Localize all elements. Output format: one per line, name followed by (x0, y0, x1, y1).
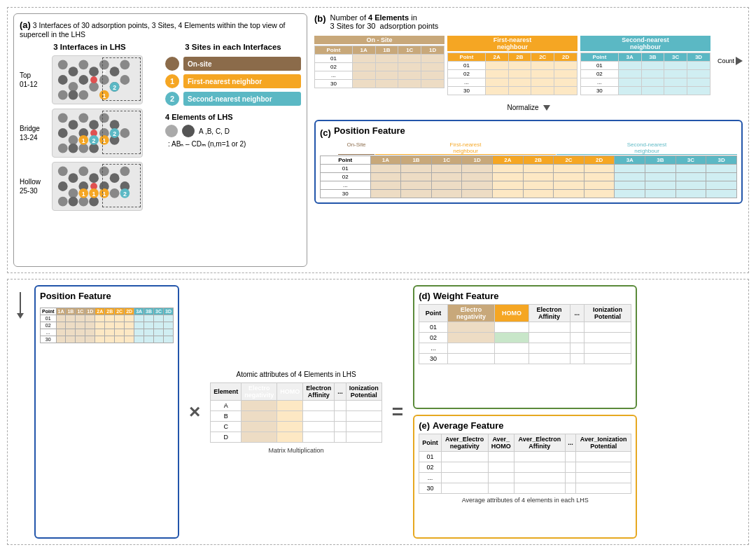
th-avg-dots: ... (565, 434, 576, 452)
svg-text:1: 1 (82, 191, 85, 198)
svg-point-26 (69, 120, 78, 130)
th-2d: 2D (554, 53, 578, 62)
table-row: 01 (315, 55, 444, 63)
interfaces-title: 3 Interfaces in LHS (20, 43, 160, 51)
table-row: ... (419, 343, 631, 354)
svg-point-14 (58, 90, 68, 100)
onsite-bar: On-site (183, 57, 301, 71)
table-row: 02 (321, 173, 737, 181)
th-c-2d: 2D (584, 156, 615, 165)
interface-row-bridge: Bridge13-24 (20, 109, 160, 158)
panel-a-left: 3 Interfaces in LHS Top01-12 (20, 43, 160, 215)
elements-row: A ,B, C, D (165, 125, 301, 137)
bottom-section: Position Feature Point 1A 1B 1C 1D 2A 2B… (7, 279, 749, 545)
table-row: 30 (419, 354, 631, 364)
svg-point-1 (69, 67, 78, 76)
svg-point-51 (69, 173, 78, 183)
th-point-onsite: Point (315, 46, 353, 55)
equals-symbol: = (389, 285, 406, 539)
table-row: 02 (447, 70, 577, 78)
svg-point-0 (58, 60, 68, 69)
pos-feature-table-bottom: Point 1A 1B 1C 1D 2A 2B 2C 2D 3A 3B 3C 3… (40, 308, 174, 343)
elem-dot-light (165, 125, 178, 137)
panel-a-tag: (a) (20, 20, 31, 30)
weight-feature-title: Weight Feature (433, 291, 499, 301)
table-row: ... (41, 329, 174, 336)
atomic-attributes-table: Element Electronegativity HOMO ElectronA… (210, 382, 382, 443)
th-wt-dots: ... (570, 305, 584, 322)
table-row: ... (321, 181, 737, 190)
elem-dot-dark (182, 125, 195, 137)
svg-point-37 (58, 144, 68, 153)
panel-c-header: (c) Position Feature (320, 125, 737, 139)
svg-point-54 (99, 166, 109, 176)
main-container: (a) 3 Interfaces of 30 adsorption points… (0, 0, 756, 559)
svg-point-6 (120, 60, 130, 69)
svg-text:1: 1 (102, 92, 106, 99)
svg-text:2: 2 (113, 84, 116, 91)
th-avg-homo: Aver_HOMO (488, 434, 514, 452)
count-arrow-area: On - Site Point 1A 1B 1C 1D (314, 36, 743, 95)
first-nn-table-title: First-nearestneighbour (447, 36, 578, 51)
svg-point-66 (89, 197, 99, 207)
avg-bottom-label: Average attributes of 4 elements in each… (419, 497, 631, 504)
position-feature-title-c: Position Feature (334, 125, 405, 136)
table-row: C (211, 421, 382, 432)
svg-point-16 (78, 90, 88, 100)
svg-point-2 (78, 60, 88, 69)
svg-point-32 (69, 135, 78, 145)
th-wt-en: Electronegativity (447, 305, 494, 322)
site-onsite: On-site (165, 57, 301, 71)
th-b-3b: 3B (144, 308, 154, 315)
table-row: ... (580, 78, 710, 87)
table-row: A (211, 400, 382, 410)
svg-text:2: 2 (123, 191, 127, 198)
svg-point-57 (58, 181, 68, 191)
svg-point-30 (110, 120, 120, 130)
avg-feature-title: Average Feature (433, 420, 503, 431)
th-c-1a: 1A (370, 156, 401, 165)
table-row: B (211, 410, 382, 421)
first-nn-table: Point 2A 2B 2C 2D 01 02 ... (447, 53, 578, 95)
th-wt-ea: ElectronAffinity (528, 305, 570, 322)
panel-b-tag: (b) (314, 13, 326, 24)
table-row: 02 (41, 322, 174, 329)
th-avg-en: Aver_Electronegativity (441, 434, 488, 452)
svg-text:2: 2 (113, 130, 116, 137)
svg-text:2: 2 (92, 137, 96, 144)
down-arrow-connector (17, 313, 24, 319)
top-desc-text: 3 Interfaces of 30 adsorption points, 3 … (20, 21, 286, 39)
th-b-1b: 1B (66, 308, 76, 315)
svg-text:1: 1 (102, 191, 106, 198)
th-b-2a: 2A (95, 308, 105, 315)
first-nn-table-wrap: First-nearestneighbour Point 2A 2B 2C 2D (447, 36, 578, 95)
th-c-3c: 3C (676, 156, 706, 165)
th-avg-ea: Aver_ElectronAffinity (514, 434, 566, 452)
table-row: 30 (447, 87, 577, 95)
table-row: 02 (315, 63, 444, 71)
svg-point-3 (89, 67, 99, 76)
honeycomb-top: 2 2 1 1 2 (52, 55, 143, 104)
first-nn-circle: 1 (165, 74, 179, 88)
th-homo: HOMO (277, 382, 303, 400)
table-row: 01 (419, 322, 631, 333)
onsite-circle (165, 57, 179, 71)
elements-title-text: 4 Elements of LHS (165, 113, 233, 121)
th-electronegativity: Electronegativity (241, 382, 277, 400)
panel-d-tag: (d) (419, 291, 430, 301)
arrow-right-icon (736, 57, 743, 65)
th-1a: 1A (352, 46, 375, 55)
honeycomb-hollow: 1 1 1 2 (52, 162, 143, 211)
table-row: 02 (419, 462, 631, 473)
normalize-area: Normalize (314, 104, 743, 111)
th-point: Point (321, 156, 371, 165)
elements-title: 4 Elements of LHS (165, 113, 301, 121)
avg-feature-box: (e) Average Feature Point Aver_Electrone… (413, 415, 637, 539)
th-wt-homo: HOMO (495, 305, 528, 322)
svg-point-27 (78, 113, 88, 123)
svg-point-25 (58, 113, 68, 123)
th-b-2d: 2D (125, 308, 134, 315)
pos-feature-bottom-header: Position Feature (40, 291, 174, 305)
onsite-table-wrap: On - Site Point 1A 1B 1C 1D (314, 36, 444, 95)
th-2c: 2C (531, 53, 554, 62)
